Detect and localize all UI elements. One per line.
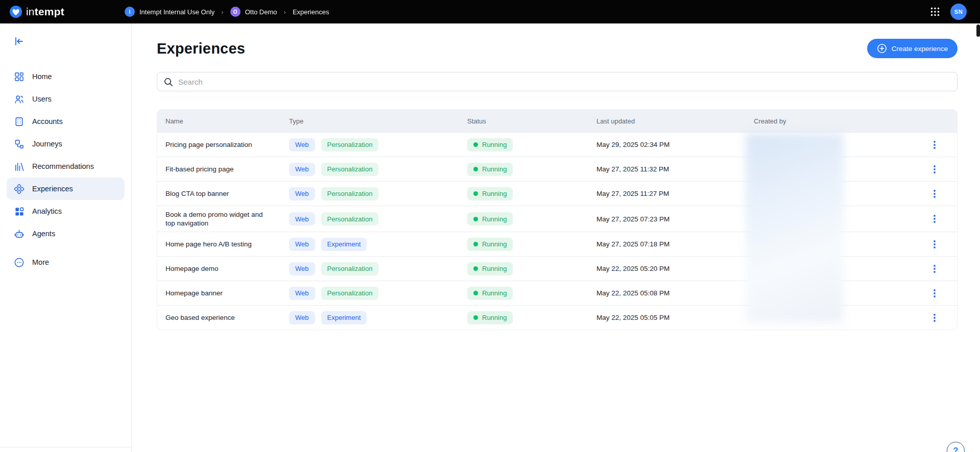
intempt-logo-icon — [9, 5, 22, 18]
row-menu-button[interactable] — [927, 186, 942, 202]
category-badge: Experiment — [321, 311, 367, 324]
status-badge: Running — [467, 287, 513, 300]
project-label: Otto Demo — [245, 8, 277, 16]
platform-badge: Web — [289, 262, 315, 275]
last-updated-value: May 27, 2025 07:23 PM — [596, 215, 670, 223]
column-header-status[interactable]: Status — [459, 117, 588, 125]
experience-name[interactable]: Homepage banner — [165, 289, 223, 297]
created-by-cell — [746, 141, 912, 149]
status-badge: Running — [467, 138, 513, 152]
platform-badge: Web — [289, 311, 315, 324]
sidebar-item-recommendations[interactable]: Recommendations — [7, 155, 125, 178]
sidebar-item-accounts[interactable]: Accounts — [7, 110, 125, 133]
category-badge: Personalization — [321, 163, 379, 176]
scrollbar-thumb[interactable] — [976, 24, 980, 37]
row-menu-button[interactable] — [927, 261, 942, 277]
table-row[interactable]: Pricing page personalization Web Persona… — [157, 132, 957, 157]
sidebar-item-experiences[interactable]: Experiences — [7, 178, 125, 200]
status-label: Running — [482, 215, 507, 223]
sidebar-item-agents[interactable]: Agents — [7, 222, 125, 245]
analytics-icon — [13, 206, 25, 217]
last-updated-value: May 22, 2025 05:08 PM — [596, 289, 670, 297]
sidebar-item-label: Accounts — [32, 117, 63, 125]
sidebar-item-users[interactable]: Users — [7, 88, 125, 110]
sidebar-item-home[interactable]: Home — [7, 65, 125, 88]
table-header-row: Name Type Status Last updated Created by — [157, 110, 957, 132]
journeys-icon — [13, 138, 25, 149]
sidebar-item-journeys[interactable]: Journeys — [7, 133, 125, 155]
column-header-last-updated[interactable]: Last updated — [588, 117, 746, 125]
table-row[interactable]: Geo based experience Web Experiment Runn… — [157, 305, 957, 330]
row-menu-button[interactable] — [927, 310, 942, 325]
sidebar-item-label: Users — [32, 95, 52, 103]
user-avatar[interactable]: SN — [950, 4, 967, 20]
experience-name[interactable]: Fit-based pricing page — [165, 165, 234, 173]
sidebar-collapse-button[interactable] — [13, 36, 25, 47]
accounts-icon — [13, 116, 25, 127]
status-badge: Running — [467, 238, 513, 251]
row-menu-button[interactable] — [927, 237, 942, 252]
created-by-cell — [746, 240, 912, 248]
experience-name[interactable]: Homepage demo — [165, 264, 219, 273]
sidebar-item-label: Agents — [32, 230, 55, 238]
experience-name[interactable]: Pricing page personalization — [165, 140, 252, 149]
create-experience-button[interactable]: Create experience — [867, 39, 958, 58]
platform-badge: Web — [289, 212, 315, 225]
recommendations-icon — [13, 161, 25, 172]
status-label: Running — [482, 289, 507, 297]
kebab-menu-icon — [930, 189, 939, 198]
table-row[interactable]: Blog CTA top banner Web Personalization … — [157, 181, 957, 206]
experience-name[interactable]: Blog CTA top banner — [165, 189, 229, 198]
last-updated-value: May 29, 2025 02:34 PM — [596, 141, 670, 148]
intempt-logo[interactable]: intempt — [9, 5, 64, 18]
sidebar: Home Users Accounts — [0, 23, 132, 452]
status-badge: Running — [467, 262, 513, 275]
sidebar-item-analytics[interactable]: Analytics — [7, 200, 125, 222]
main-content: Experiences Create experience Name Type … — [132, 23, 980, 452]
category-badge: Personalization — [321, 138, 379, 152]
sidebar-item-label: Home — [32, 72, 52, 81]
table-row[interactable]: Book a demo promo widget and top navigat… — [157, 206, 957, 232]
sidebar-item-label: Analytics — [32, 207, 62, 215]
sidebar-item-label: Recommendations — [32, 162, 94, 170]
home-icon — [13, 71, 25, 82]
row-menu-button[interactable] — [927, 286, 942, 301]
experience-name[interactable]: Geo based experience — [165, 313, 235, 322]
last-updated-value: May 22, 2025 05:20 PM — [596, 265, 670, 272]
experience-name[interactable]: Home page hero A/B testing — [165, 240, 252, 248]
created-by-cell — [746, 265, 912, 273]
status-dot-icon — [473, 242, 478, 246]
breadcrumb-org[interactable]: I Intempt Internal Use Only — [125, 7, 214, 17]
category-badge: Personalization — [321, 187, 379, 200]
kebab-menu-icon — [930, 289, 939, 298]
sidebar-item-label: More — [32, 258, 49, 266]
table-row[interactable]: Homepage banner Web Personalization Runn… — [157, 281, 957, 305]
search-icon — [163, 77, 173, 87]
column-header-name[interactable]: Name — [157, 117, 281, 125]
row-menu-button[interactable] — [927, 211, 942, 227]
table-row[interactable]: Homepage demo Web Personalization Runnin… — [157, 256, 957, 281]
row-menu-button[interactable] — [927, 162, 942, 177]
category-badge: Personalization — [321, 262, 379, 275]
row-menu-button[interactable] — [927, 137, 942, 153]
table-row[interactable]: Fit-based pricing page Web Personalizati… — [157, 157, 957, 181]
page-title: Experiences — [157, 40, 245, 57]
experience-name[interactable]: Book a demo promo widget and top navigat… — [165, 210, 273, 228]
apps-grid-button[interactable] — [930, 7, 940, 17]
create-experience-label: Create experience — [892, 45, 948, 53]
sidebar-item-label: Journeys — [32, 140, 62, 148]
search-input[interactable] — [178, 78, 951, 86]
status-dot-icon — [473, 291, 478, 295]
plus-circle-icon — [877, 43, 887, 54]
status-label: Running — [482, 314, 507, 321]
column-header-type[interactable]: Type — [281, 117, 459, 125]
status-dot-icon — [473, 167, 478, 171]
table-row[interactable]: Home page hero A/B testing Web Experimen… — [157, 232, 957, 256]
breadcrumb-chevron-icon: › — [283, 8, 287, 16]
sidebar-item-more[interactable]: More — [7, 251, 125, 273]
last-updated-value: May 27, 2025 11:32 PM — [596, 165, 669, 173]
column-header-created-by[interactable]: Created by — [746, 117, 912, 125]
category-badge: Personalization — [321, 212, 379, 225]
breadcrumb-project[interactable]: O Otto Demo — [230, 7, 277, 17]
users-icon — [13, 93, 25, 105]
